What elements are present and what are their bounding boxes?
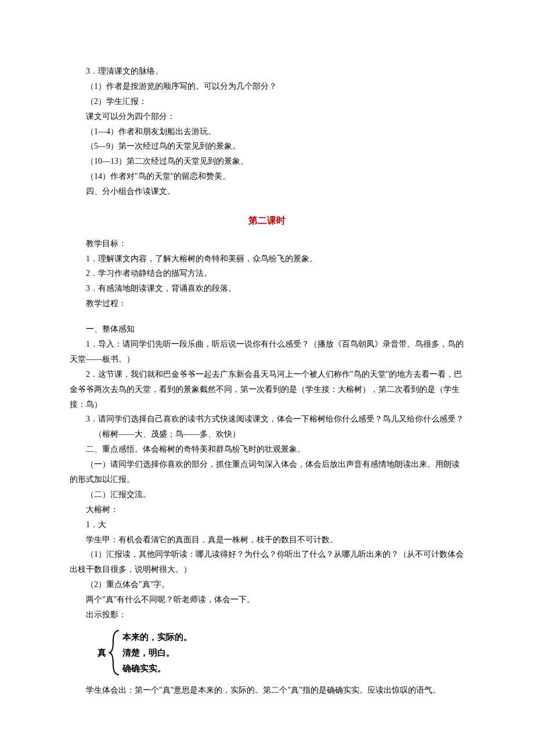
- outline-item-3: 3．理清课文的脉络。: [70, 64, 464, 79]
- step-2-a: （一）请同学们选择你喜欢的部分，抓住重点词句深入体会，体会后放出声音有感情地朗读…: [70, 457, 464, 487]
- goals-label: 教学目标：: [70, 236, 464, 251]
- projector-label: 出示投影：: [70, 607, 464, 622]
- outline-q1: （1）作者是按游览的顺序写的。可以分为几个部分？: [70, 79, 464, 94]
- step-1-note: （榕树——大、茂盛；鸟——多、欢快）: [70, 427, 464, 442]
- document-page: 3．理清课文的脉络。 （1）作者是按游览的顺序写的。可以分为几个部分？ （2）学…: [0, 0, 534, 756]
- part-4: （14）作者对"鸟的天堂"的留恋和赞美。: [70, 169, 464, 184]
- parts-intro: 课文可以分为四个部分：: [70, 109, 464, 124]
- goal-1: 1．理解课文内容，了解大榕树的奇特和美丽，众鸟纷飞的景象。: [70, 251, 464, 267]
- brace-icon: [109, 629, 121, 676]
- step-2-title: 二、重点感悟。体会榕树的奇特美和群鸟纷飞时的壮观景象。: [70, 442, 464, 457]
- step-2-b: （二）汇报交流。: [70, 487, 464, 502]
- step-1-p3: 3．请同学们选择自己喜欢的读书方式快速阅读课文，体会一下榕树给你什么感受？鸟儿又…: [70, 412, 464, 427]
- spacer: [70, 311, 464, 322]
- report-2: （2）重点体会"真"字。: [70, 577, 464, 592]
- outline-q2: （2）学生汇报：: [70, 94, 464, 109]
- part-1: （1—4）作者和朋友划船出去游玩。: [70, 124, 464, 139]
- brace-definition: 真 本来的，实际的。 清楚，明白。 确确实实。: [98, 629, 464, 676]
- step-1-p2: 2．这节课，我们就和巴金爷爷一起去广东新会县天马河上一个被人们称作"鸟的天堂"的…: [70, 367, 464, 412]
- report-1: （1）汇报读，其他同学听读：哪儿读得好？为什么？你听出了什么？从哪儿听出来的？（…: [70, 547, 464, 577]
- step-1-title: 一、整体感知: [70, 322, 464, 337]
- lesson-2-title: 第二课时: [70, 212, 464, 229]
- brace-item-3: 确确实实。: [122, 661, 192, 675]
- step-1-p1: 1．导入：请同学们先听一段乐曲，听后说一说你有什么感受？（播放《百鸟朝凤》录音带…: [70, 337, 464, 367]
- part-3: （10—13）第二次经过鸟的天堂见到的景象。: [70, 154, 464, 169]
- brace-items: 本来的，实际的。 清楚，明白。 确确实实。: [121, 629, 192, 676]
- part-2: （5—9）第一次经过鸟的天堂见到的景象。: [70, 139, 464, 154]
- brace-item-2: 清楚，明白。: [122, 646, 192, 660]
- conclusion: 学生体会出：第一个"真"意思是本来的，实际的。第二个"真"指的是确确实实。应读出…: [70, 683, 464, 698]
- process-label: 教学过程：: [70, 296, 464, 311]
- tree-big: 1．大: [70, 517, 464, 532]
- section-four: 四、分小组合作读课文。: [70, 184, 464, 199]
- student-a: 学生甲：有机会看清它的真面目，真是一株树，枝干的数目不可计数。: [70, 532, 464, 548]
- brace-item-1: 本来的，实际的。: [122, 630, 192, 644]
- brace-label: 真: [98, 645, 109, 661]
- goal-2: 2．学习作者动静结合的描写方法。: [70, 266, 464, 281]
- tree-label: 大榕树：: [70, 502, 464, 517]
- two-zhen: 两个"真"有什么不同呢？听老师读，体会一下。: [70, 592, 464, 607]
- goal-3: 3．有感清地朗读课文，背诵喜欢的段落。: [70, 281, 464, 296]
